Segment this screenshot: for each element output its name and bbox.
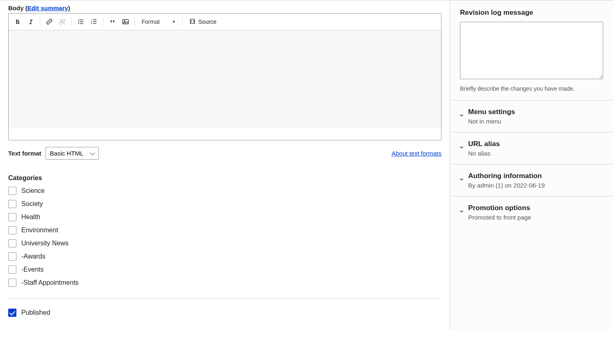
svg-rect-5 (80, 23, 83, 24)
edit-summary-link[interactable]: Edit summary (27, 5, 68, 11)
toolbar-separator (182, 18, 183, 26)
category-checkbox-science[interactable] (8, 187, 16, 195)
category-checkbox-awards[interactable] (8, 252, 16, 261)
accordion-menu-settings[interactable]: Menu settings Not in menu (450, 101, 613, 133)
chevron-down-icon (457, 207, 466, 215)
format-dropdown[interactable]: Format ▼ (138, 17, 179, 27)
italic-button[interactable] (25, 16, 37, 27)
revision-log-section: Revision log message Briefly describe th… (450, 0, 613, 101)
accordion-title: Menu settings (468, 108, 603, 116)
text-format-select[interactable]: Basic HTML (46, 147, 99, 160)
source-button[interactable]: Source (186, 16, 220, 27)
category-label[interactable]: University News (21, 240, 69, 247)
toolbar-separator (135, 18, 135, 26)
category-checkbox-staff-appointments[interactable] (8, 279, 16, 287)
chevron-down-icon: ▼ (172, 20, 176, 24)
category-row: -Awards (8, 252, 441, 261)
category-label[interactable]: Health (21, 213, 40, 221)
body-editor: 123 Format ▼ (8, 13, 441, 140)
editor-content-area[interactable] (9, 30, 441, 127)
category-label[interactable]: -Events (21, 266, 43, 273)
svg-rect-1 (80, 20, 83, 21)
accordion-title: Promotion options (468, 204, 603, 212)
category-row: University News (8, 239, 441, 247)
svg-rect-9 (93, 21, 96, 22)
svg-point-2 (78, 21, 79, 22)
revision-log-textarea[interactable] (460, 22, 603, 79)
chevron-down-icon (457, 175, 466, 183)
accordion-subtitle: No alias (468, 150, 603, 157)
svg-point-4 (78, 23, 79, 24)
category-row: Society (8, 200, 441, 208)
accordion-title: URL alias (468, 140, 603, 148)
published-checkbox[interactable] (8, 309, 16, 317)
toolbar-separator (103, 18, 103, 26)
category-label[interactable]: Science (21, 187, 45, 195)
chevron-down-icon (457, 143, 466, 151)
chevron-down-icon (457, 111, 466, 119)
blockquote-button[interactable] (107, 16, 118, 27)
category-label[interactable]: Environment (21, 227, 58, 234)
svg-point-13 (124, 21, 125, 21)
sidebar: Revision log message Briefly describe th… (450, 0, 613, 330)
accordion-authoring-information[interactable]: Authoring information By admin (1) on 20… (450, 165, 613, 197)
accordion-subtitle: Not in menu (468, 118, 603, 125)
accordion-subtitle: By admin (1) on 2022-06-19 (468, 182, 603, 189)
text-format-select-wrapper: Basic HTML (46, 147, 99, 160)
svg-rect-3 (80, 21, 83, 22)
bold-button[interactable] (12, 16, 23, 27)
svg-rect-11 (93, 23, 96, 24)
category-checkbox-society[interactable] (8, 200, 16, 208)
category-row: Science (8, 187, 441, 195)
published-label[interactable]: Published (21, 309, 50, 316)
revision-log-help: Briefly describe the changes you have ma… (460, 85, 603, 92)
accordion-url-alias[interactable]: URL alias No alias (450, 133, 613, 165)
category-label[interactable]: -Staff Appointments (21, 279, 78, 286)
revision-log-title: Revision log message (460, 9, 603, 17)
source-icon (189, 18, 196, 26)
category-checkbox-university-news[interactable] (8, 239, 16, 247)
bullet-list-button[interactable] (75, 16, 87, 27)
category-checkbox-environment[interactable] (8, 226, 16, 234)
unlink-button[interactable] (57, 16, 68, 27)
category-row: -Staff Appointments (8, 279, 441, 287)
category-row: Environment (8, 226, 441, 234)
published-row: Published (8, 309, 441, 317)
body-label-text: Body (8, 5, 24, 11)
toolbar-separator (40, 18, 40, 26)
category-row: Health (8, 213, 441, 221)
category-row: -Events (8, 266, 441, 274)
toolbar-separator (71, 18, 72, 26)
body-field-label: Body (Edit summary) (8, 5, 441, 11)
link-button[interactable] (43, 16, 55, 27)
category-checkbox-events[interactable] (8, 266, 16, 274)
numbered-list-button[interactable]: 123 (88, 16, 100, 27)
editor-footer (9, 127, 441, 140)
svg-point-0 (78, 19, 79, 20)
accordion-promotion-options[interactable]: Promotion options Promoted to front page (450, 197, 613, 228)
editor-toolbar: 123 Format ▼ (9, 14, 441, 30)
about-text-formats-link[interactable]: About text formats (391, 150, 441, 157)
categories-fieldset: Categories Science Society Health Enviro… (8, 174, 441, 287)
source-button-label: Source (198, 18, 216, 25)
category-checkbox-health[interactable] (8, 213, 16, 221)
svg-text:3: 3 (91, 22, 92, 25)
format-dropdown-label: Format (142, 18, 160, 25)
categories-title: Categories (8, 174, 441, 182)
svg-rect-7 (93, 19, 96, 20)
image-button[interactable] (120, 16, 131, 27)
category-label[interactable]: -Awards (21, 253, 45, 260)
divider (8, 298, 441, 299)
accordion-subtitle: Promoted to front page (468, 214, 603, 221)
accordion-title: Authoring information (468, 172, 603, 180)
category-label[interactable]: Society (21, 200, 43, 208)
text-format-label: Text format (8, 150, 41, 157)
